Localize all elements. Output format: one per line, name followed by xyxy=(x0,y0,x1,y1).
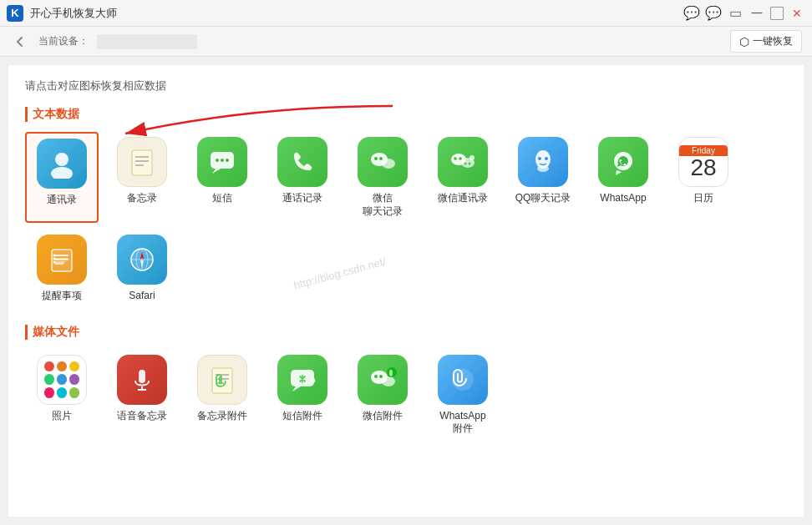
svg-point-18 xyxy=(454,157,457,160)
close-button[interactable]: ✕ xyxy=(789,5,805,22)
wechat-contacts-icon xyxy=(438,137,488,187)
app-item-photos[interactable]: 照片 xyxy=(25,350,99,441)
main-content: 请点击对应图标恢复相应数据 文本数据 xyxy=(8,65,804,517)
svg-point-27 xyxy=(545,157,548,160)
message-icon[interactable]: 💬 xyxy=(705,5,722,22)
instruction-text: 请点击对应图标恢复相应数据 xyxy=(25,78,787,93)
app-item-sms-attach[interactable]: 短信附件 xyxy=(266,350,339,441)
svg-rect-30 xyxy=(52,250,72,271)
safari-icon xyxy=(117,235,167,285)
whatsapp-icon xyxy=(598,137,648,187)
qq-icon xyxy=(518,137,568,187)
app-item-sms[interactable]: 短信 xyxy=(185,132,259,223)
app-item-safari[interactable]: Safari xyxy=(105,230,179,308)
safari-label: Safari xyxy=(129,290,155,303)
back-button[interactable] xyxy=(10,32,30,52)
svg-point-26 xyxy=(538,157,541,160)
app-item-calendar[interactable]: Friday 28 日历 xyxy=(667,132,740,223)
title-bar-controls: 💬 💬 ▭ ─ ✕ xyxy=(683,5,805,22)
app-item-whatsapp[interactable]: WhatsApp xyxy=(586,132,660,223)
svg-point-1 xyxy=(55,153,69,166)
whatsapp-label: WhatsApp xyxy=(600,192,646,205)
settings-icon[interactable]: ▭ xyxy=(727,5,743,22)
notes-attach-icon xyxy=(197,355,247,405)
calendar-day: 28 xyxy=(690,156,716,179)
svg-point-9 xyxy=(216,159,219,162)
wechat-attach-icon xyxy=(358,355,408,405)
photos-icon xyxy=(37,355,87,405)
wechat-attach-label: 微信附件 xyxy=(363,410,403,423)
photos-label: 照片 xyxy=(52,410,72,423)
whatsapp-attach-icon xyxy=(438,355,488,405)
wechat-chat-icon xyxy=(358,137,408,187)
svg-point-15 xyxy=(379,157,383,160)
svg-point-39 xyxy=(53,258,56,260)
app-item-notes-attach[interactable]: 备忘录附件 xyxy=(185,350,259,441)
qq-label: QQ聊天记录 xyxy=(515,192,571,205)
svg-point-38 xyxy=(53,255,56,257)
section-title-text-data: 文本数据 xyxy=(25,107,787,122)
svg-point-60 xyxy=(379,375,383,378)
one-key-restore-button[interactable]: ⬡ 一键恢复 xyxy=(730,30,802,53)
maximize-button[interactable] xyxy=(770,7,784,20)
svg-point-25 xyxy=(537,165,549,172)
media-files-grid: 照片 语音备忘录 xyxy=(25,350,787,441)
sms-label: 短信 xyxy=(212,192,232,205)
calls-icon xyxy=(277,137,327,187)
app-item-wechat-attach[interactable]: 微信附件 xyxy=(346,350,419,441)
sms-attach-label: 短信附件 xyxy=(282,410,322,423)
svg-point-13 xyxy=(382,159,395,169)
app-item-wechat-chat[interactable]: 微信 聊天记录 xyxy=(346,132,419,223)
title-bar: K 开心手机恢复大师 💬 💬 ▭ ─ ✕ xyxy=(0,0,812,27)
app-item-calls[interactable]: 通话记录 xyxy=(266,132,339,223)
svg-rect-48 xyxy=(139,370,145,383)
chat-icon[interactable]: 💬 xyxy=(683,5,700,22)
wechat-chat-label: 微信 聊天记录 xyxy=(363,192,403,218)
svg-marker-8 xyxy=(212,169,221,174)
restore-icon: ⬡ xyxy=(739,35,749,48)
minimize-button[interactable]: ─ xyxy=(749,5,765,22)
svg-marker-29 xyxy=(616,170,622,175)
svg-point-2 xyxy=(51,167,73,179)
app-item-contacts[interactable]: 通讯录 xyxy=(25,132,99,223)
calendar-label: 日历 xyxy=(693,192,713,205)
notes-icon xyxy=(117,137,167,187)
svg-point-40 xyxy=(53,261,56,264)
calls-label: 通话记录 xyxy=(282,192,322,205)
app-item-reminder[interactable]: 提醒事项 xyxy=(25,230,99,308)
toolbar: 当前设备： ⬡ 一键恢复 xyxy=(0,27,812,57)
section-title-media: 媒体文件 xyxy=(25,325,787,340)
svg-point-23 xyxy=(469,155,475,160)
svg-point-59 xyxy=(374,375,378,378)
svg-rect-3 xyxy=(132,150,152,175)
device-label: 当前设备： xyxy=(38,34,89,48)
svg-marker-56 xyxy=(292,386,301,391)
sms-attach-icon xyxy=(277,355,327,405)
app-item-qq[interactable]: QQ聊天记录 xyxy=(506,132,580,223)
voice-memo-label: 语音备忘录 xyxy=(117,410,167,423)
svg-point-58 xyxy=(382,376,395,386)
contacts-icon xyxy=(37,139,87,189)
reminder-icon xyxy=(37,235,87,285)
svg-point-21 xyxy=(469,163,471,165)
svg-point-14 xyxy=(374,157,378,160)
svg-point-11 xyxy=(226,159,229,162)
notes-label: 备忘录 xyxy=(127,192,157,205)
whatsapp-attach-label: WhatsApp 附件 xyxy=(439,410,485,436)
app-logo: K xyxy=(7,5,23,22)
contacts-label: 通讯录 xyxy=(47,194,77,207)
text-data-grid: 通讯录 备忘录 xyxy=(25,132,787,308)
svg-point-10 xyxy=(221,159,224,162)
app-item-whatsapp-attach[interactable]: WhatsApp 附件 xyxy=(426,350,500,441)
notes-attach-label: 备忘录附件 xyxy=(197,410,247,423)
title-bar-title: 开心手机恢复大师 xyxy=(30,6,683,21)
app-item-wechat-contacts[interactable]: 微信通讯录 xyxy=(426,132,500,223)
svg-point-20 xyxy=(464,163,467,165)
app-item-notes[interactable]: 备忘录 xyxy=(105,132,179,223)
svg-point-19 xyxy=(459,157,462,160)
reminder-label: 提醒事项 xyxy=(42,290,82,303)
device-name-value xyxy=(97,34,197,49)
sms-icon xyxy=(197,137,247,187)
wechat-contacts-label: 微信通讯录 xyxy=(438,192,488,205)
app-item-voice-memo[interactable]: 语音备忘录 xyxy=(105,350,179,441)
